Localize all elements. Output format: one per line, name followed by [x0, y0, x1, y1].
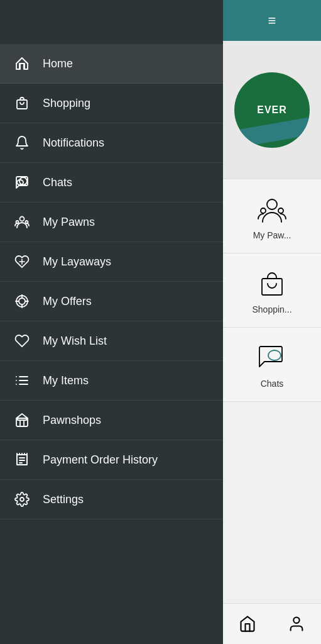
pawns-icon [13, 213, 31, 231]
svg-point-7 [19, 298, 25, 304]
gear-icon [13, 490, 31, 509]
quick-card-chats-label: Chats [261, 379, 284, 389]
sidebar-item-my-offers-label: My Offers [43, 295, 92, 308]
sidebar-item-my-items[interactable]: My Items [0, 361, 223, 401]
right-panel: ≡ EVER My Paw... [223, 0, 321, 644]
quick-card-shopping-icon [255, 266, 290, 301]
bottom-nav-home[interactable] [232, 611, 263, 636]
receipt-icon [13, 450, 31, 469]
sidebar-item-settings-label: Settings [43, 493, 84, 506]
bottom-nav-profile[interactable] [281, 611, 312, 636]
quick-card-my-pawns-icon [255, 192, 290, 226]
svg-point-20 [267, 199, 277, 209]
sidebar: Home Shopping Notifications [0, 0, 223, 644]
svg-point-24 [268, 350, 281, 360]
bell-icon [13, 133, 31, 152]
sidebar-item-pawnshops[interactable]: Pawnshops [0, 401, 223, 440]
list-icon [13, 371, 31, 390]
sidebar-item-payment-order-history-label: Payment Order History [43, 453, 158, 467]
svg-point-22 [278, 208, 283, 213]
bottom-nav [223, 603, 321, 644]
sidebar-item-notifications[interactable]: Notifications [0, 123, 223, 163]
store-icon [13, 411, 31, 430]
quick-card-shopping[interactable]: Shoppin... [223, 253, 321, 328]
svg-point-21 [261, 208, 266, 213]
sidebar-item-chats-label: Chats [43, 176, 72, 189]
sidebar-item-notifications-label: Notifications [43, 136, 104, 150]
quick-card-shopping-label: Shoppin... [252, 304, 291, 314]
sidebar-item-my-layaways[interactable]: My Layaways [0, 242, 223, 282]
logo-ribbon [234, 115, 310, 147]
svg-rect-23 [262, 279, 282, 295]
svg-point-4 [16, 221, 19, 223]
chat-icon [13, 173, 31, 192]
quick-card-chats-icon [255, 340, 290, 375]
sidebar-item-home-label: Home [43, 57, 73, 70]
home-icon [13, 54, 31, 73]
sidebar-item-my-items-label: My Items [43, 374, 89, 387]
sidebar-item-my-wish-list-label: My Wish List [43, 335, 107, 348]
right-content: EVER My Paw... [223, 41, 321, 603]
sidebar-item-my-pawns-label: My Pawns [43, 216, 95, 229]
logo-text: EVER [257, 104, 287, 116]
sidebar-item-pawnshops-label: Pawnshops [43, 414, 101, 427]
sidebar-item-my-pawns[interactable]: My Pawns [0, 203, 223, 242]
sidebar-item-home[interactable]: Home [0, 44, 223, 84]
sidebar-item-my-layaways-label: My Layaways [43, 255, 111, 269]
quick-card-my-pawns[interactable]: My Paw... [223, 179, 321, 253]
offers-icon [13, 292, 31, 311]
svg-point-5 [26, 221, 28, 223]
svg-point-25 [293, 618, 299, 623]
layaways-icon [13, 252, 31, 271]
sidebar-item-my-wish-list[interactable]: My Wish List [0, 321, 223, 361]
heart-icon [13, 331, 31, 350]
hamburger-icon[interactable]: ≡ [268, 14, 276, 28]
right-header: ≡ [223, 0, 321, 41]
quick-card-chats[interactable]: Chats [223, 328, 321, 402]
svg-point-19 [20, 497, 24, 501]
quick-card-my-pawns-label: My Paw... [253, 230, 291, 240]
sidebar-item-shopping[interactable]: Shopping [0, 84, 223, 123]
sidebar-item-payment-order-history[interactable]: Payment Order History [0, 440, 223, 480]
sidebar-item-settings[interactable]: Settings [0, 480, 223, 519]
sidebar-item-my-offers[interactable]: My Offers [0, 282, 223, 321]
logo-circle: EVER [234, 72, 310, 148]
sidebar-item-shopping-label: Shopping [43, 97, 90, 110]
svg-rect-14 [18, 418, 26, 420]
sidebar-item-chats[interactable]: Chats [0, 163, 223, 203]
shopping-icon [13, 94, 31, 113]
svg-point-3 [20, 217, 24, 221]
logo-area: EVER [223, 41, 321, 179]
